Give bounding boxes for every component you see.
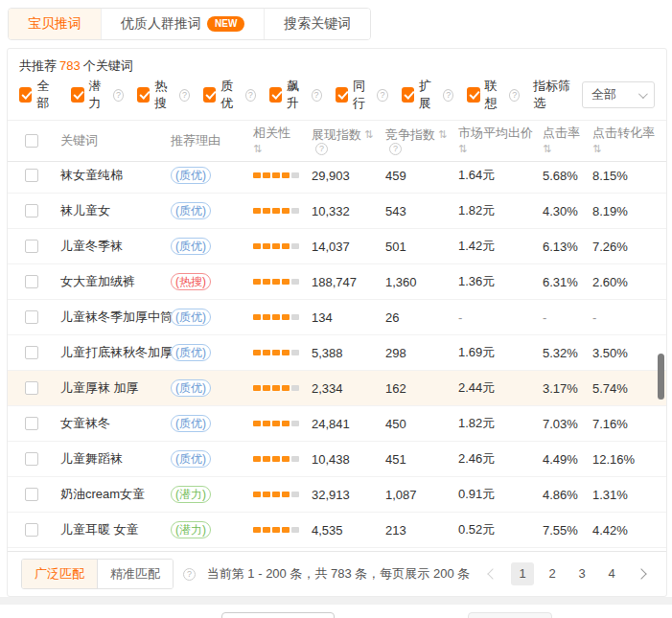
tab-2[interactable]: 优质人群推词NEW	[101, 9, 264, 39]
filter-checkbox-item[interactable]: 扩展?	[402, 78, 454, 112]
filter-checkbox-item[interactable]: 全部	[19, 78, 58, 112]
filter-checkbox-item[interactable]: 热搜?	[137, 78, 190, 112]
header-ctr[interactable]: 点击率 ⇅	[543, 125, 592, 157]
row-checkbox[interactable]	[25, 523, 38, 537]
help-icon[interactable]: ?	[509, 89, 520, 102]
keyword-cell: 儿童冬季袜	[60, 238, 171, 255]
reason-cell: (质优)	[171, 415, 253, 432]
help-icon[interactable]: ?	[443, 89, 453, 102]
checkbox-icon[interactable]	[71, 87, 83, 103]
help-icon[interactable]: ?	[179, 89, 190, 102]
reason-badge: (质优)	[171, 450, 211, 468]
sort-icon[interactable]: ⇅	[458, 141, 467, 157]
page-button-4[interactable]: 4	[600, 562, 623, 585]
reason-badge: (质优)	[171, 167, 211, 184]
row-checkbox-cell	[25, 452, 60, 466]
competition-cell: 543	[385, 204, 458, 218]
exact-match-button[interactable]: 精准匹配	[97, 560, 173, 588]
scrollbar-thumb[interactable]	[658, 354, 664, 400]
filter-checkbox-item[interactable]: 潜力?	[71, 78, 124, 112]
help-icon[interactable]: ?	[183, 568, 196, 581]
row-checkbox[interactable]	[25, 488, 38, 501]
help-icon[interactable]: ?	[312, 89, 322, 102]
row-checkbox[interactable]	[25, 417, 38, 430]
relevance-cell	[253, 172, 312, 178]
select-all-checkbox[interactable]	[25, 134, 38, 148]
relevance-bar	[263, 208, 270, 214]
sort-icon[interactable]: ⇅	[364, 126, 373, 143]
competition-cell: 213	[385, 523, 458, 538]
sort-icon[interactable]: ⇅	[592, 141, 601, 157]
header-cvr[interactable]: 点击转化率 ⇅	[592, 125, 660, 157]
relevance-bar	[291, 243, 299, 249]
table-footer: 广泛匹配 精准匹配 ? 当前第 1 - 200 条，共 783 条，每页展示 2…	[8, 551, 666, 596]
filter-checkbox-item[interactable]: 同行?	[336, 78, 388, 112]
ctr-cell: 7.55%	[543, 523, 592, 538]
table-header: 关键词 推荐理由 相关性 ⇅ 展现指数⇅ ? 竞争指数⇅ ? 市场平均出价 ⇅ …	[8, 120, 666, 162]
reason-badge: (质优)	[171, 379, 211, 397]
header-impression[interactable]: 展现指数⇅ ?	[312, 126, 385, 155]
reason-badge: (质优)	[171, 202, 211, 219]
row-checkbox[interactable]	[25, 452, 38, 466]
filter-label: 热搜	[154, 78, 175, 112]
pc-bid-bar: PC出价： 市场平均出价 ? x % 自定义出价： 元	[0, 605, 672, 618]
cvr-cell: 3.50%	[592, 346, 660, 360]
filter-checkbox-item[interactable]: 联想?	[467, 78, 520, 112]
relevance-bar	[253, 350, 261, 355]
table-row: 袜儿童女(质优)10,3325431.82元4.30%8.19%	[8, 194, 666, 229]
checkbox-icon[interactable]	[336, 87, 348, 103]
prev-page-button[interactable]	[481, 562, 504, 585]
header-relevance-label: 相关性	[253, 125, 290, 141]
filter-checkbox-item[interactable]: 质优?	[203, 78, 256, 112]
help-icon[interactable]: ?	[113, 89, 124, 102]
page-button-3[interactable]: 3	[570, 562, 593, 585]
row-checkbox[interactable]	[25, 240, 38, 253]
next-page-button[interactable]	[630, 562, 653, 585]
relevance-bar	[291, 527, 299, 533]
tab-label: 优质人群推词	[121, 15, 201, 33]
checkbox-icon[interactable]	[402, 87, 414, 103]
row-checkbox[interactable]	[25, 204, 38, 217]
help-icon[interactable]: ?	[389, 143, 402, 155]
tab-1[interactable]: 宝贝推词	[9, 9, 101, 39]
row-checkbox[interactable]	[25, 346, 38, 359]
page-button-1[interactable]: 1	[511, 562, 534, 585]
help-icon[interactable]: ?	[315, 143, 328, 155]
metric-filter-select[interactable]: 全部	[582, 81, 655, 108]
relevance-cell	[253, 527, 312, 533]
sort-icon[interactable]: ⇅	[438, 126, 447, 143]
keyword-cell: 女大童加绒裤	[60, 273, 171, 290]
checkbox-icon[interactable]	[467, 87, 479, 103]
header-competition[interactable]: 竞争指数⇅ ?	[385, 126, 458, 155]
sort-icon[interactable]: ⇅	[543, 141, 551, 157]
row-checkbox[interactable]	[25, 169, 38, 182]
summary-prefix: 共推荐	[19, 58, 57, 73]
sort-icon[interactable]: ⇅	[253, 141, 262, 157]
page-button-2[interactable]: 2	[541, 562, 564, 585]
row-checkbox[interactable]	[25, 275, 38, 288]
header-keyword: 关键词	[60, 132, 171, 149]
checkbox-icon[interactable]	[19, 87, 32, 103]
ctr-cell: 5.68%	[543, 169, 592, 183]
filter-checkbox-item[interactable]: 飙升?	[269, 78, 322, 112]
row-checkbox[interactable]	[25, 381, 38, 395]
checkbox-icon[interactable]	[137, 87, 150, 103]
keyword-cell: 女童袜冬	[60, 415, 171, 432]
cvr-cell: 8.19%	[592, 204, 660, 218]
checkbox-icon[interactable]	[269, 87, 282, 103]
help-icon[interactable]: ?	[377, 89, 387, 102]
broad-match-button[interactable]: 广泛匹配	[22, 560, 97, 588]
tab-3[interactable]: 搜索关键词	[264, 9, 370, 39]
avg_bid-cell: 1.82元	[458, 202, 543, 219]
header-relevance[interactable]: 相关性 ⇅	[253, 125, 312, 157]
custom-bid-input[interactable]	[468, 612, 552, 618]
table-row: 儿童耳暖 女童(潜力)4,5352130.52元7.55%4.42%	[8, 513, 666, 548]
header-avg-bid[interactable]: 市场平均出价 ⇅	[458, 125, 543, 157]
help-icon[interactable]: ?	[245, 89, 256, 102]
row-checkbox[interactable]	[25, 310, 38, 324]
relevance-cell	[253, 456, 312, 462]
percent-input[interactable]	[221, 612, 335, 618]
cvr-cell: 12.16%	[592, 452, 660, 467]
checkbox-icon[interactable]	[203, 87, 216, 103]
row-checkbox-cell	[25, 346, 60, 359]
